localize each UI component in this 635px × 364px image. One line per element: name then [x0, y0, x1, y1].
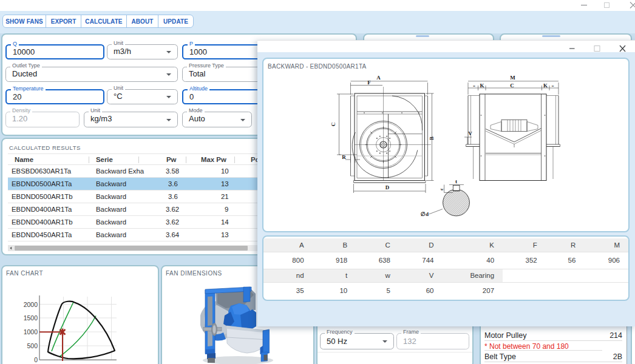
- svg-text:V: V: [468, 130, 472, 136]
- svg-text:=: =: [473, 84, 475, 89]
- svg-text:C: C: [330, 123, 336, 127]
- svg-text:t: t: [455, 178, 457, 184]
- svg-text:B: B: [429, 136, 435, 140]
- svg-text:R: R: [342, 154, 346, 160]
- svg-text:w: w: [441, 187, 444, 191]
- svg-text:K: K: [543, 83, 548, 89]
- svg-text:D: D: [385, 184, 390, 190]
- svg-text:M: M: [510, 75, 515, 81]
- svg-text:2000: 2000: [24, 301, 38, 308]
- svg-text:A: A: [376, 75, 381, 81]
- svg-text:=: =: [552, 84, 554, 89]
- svg-text:C: C: [510, 83, 514, 89]
- svg-text:F: F: [367, 79, 371, 86]
- svg-text:500: 500: [27, 342, 38, 349]
- svg-text:∅d: ∅d: [421, 211, 429, 217]
- svg-text:K: K: [480, 83, 484, 89]
- svg-text:1000: 1000: [24, 328, 38, 335]
- svg-text:1500: 1500: [24, 314, 38, 322]
- svg-text:0: 0: [34, 356, 38, 363]
